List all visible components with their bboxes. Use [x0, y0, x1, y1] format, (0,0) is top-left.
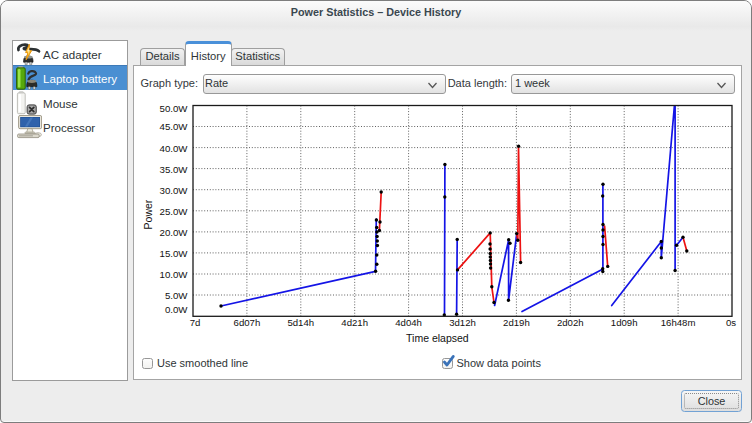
svg-text:2d19h: 2d19h	[503, 317, 530, 328]
svg-text:3d12h: 3d12h	[449, 317, 476, 328]
svg-text:1d09h: 1d09h	[611, 317, 638, 328]
svg-text:0.0W: 0.0W	[165, 304, 188, 315]
svg-text:20.0W: 20.0W	[160, 227, 189, 238]
svg-text:50.0W: 50.0W	[160, 103, 189, 114]
svg-text:4d04h: 4d04h	[395, 317, 422, 328]
svg-text:Power: Power	[142, 199, 154, 229]
svg-text:5.0W: 5.0W	[165, 290, 188, 301]
svg-text:5d14h: 5d14h	[287, 317, 314, 328]
svg-text:10.0W: 10.0W	[160, 269, 189, 280]
svg-text:Time elapsed: Time elapsed	[406, 332, 469, 344]
svg-text:15.0W: 15.0W	[160, 248, 189, 259]
svg-text:30.0W: 30.0W	[160, 185, 189, 196]
svg-text:45.0W: 45.0W	[160, 121, 189, 132]
svg-text:7d: 7d	[190, 317, 201, 328]
svg-text:35.0W: 35.0W	[160, 164, 189, 175]
svg-text:0s: 0s	[726, 317, 736, 328]
svg-text:40.0W: 40.0W	[160, 143, 189, 154]
svg-text:25.0W: 25.0W	[160, 206, 189, 217]
svg-text:2d02h: 2d02h	[557, 317, 584, 328]
svg-text:4d21h: 4d21h	[341, 317, 368, 328]
svg-text:6d07h: 6d07h	[234, 317, 261, 328]
svg-text:16h48m: 16h48m	[661, 317, 696, 328]
